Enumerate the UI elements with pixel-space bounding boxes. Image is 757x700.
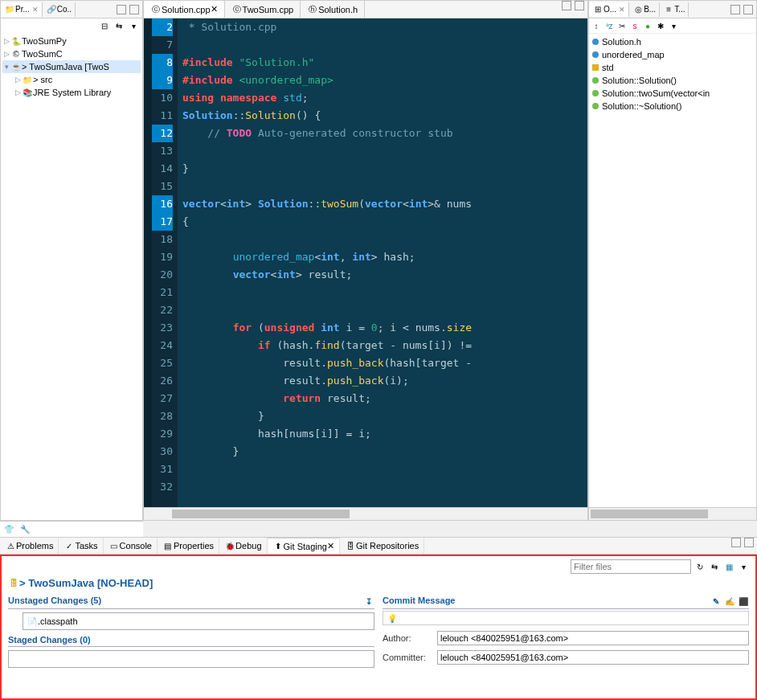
maximize-icon[interactable]	[129, 5, 139, 14]
committer-input[interactable]	[437, 650, 749, 665]
tree-item-twosumpy[interactable]: ▷ 🐍 TwoSumPy	[2, 35, 141, 47]
close-icon[interactable]: ✕	[619, 6, 625, 14]
view-menu-icon[interactable]: ▾	[738, 561, 749, 572]
expand-icon[interactable]: ▷	[2, 50, 10, 58]
tab-label: Solution.h	[318, 5, 358, 14]
console-tab-left[interactable]: 🔗 Co..	[43, 2, 76, 17]
tab-git-staging[interactable]: ⬆Git Staging ✕	[268, 538, 340, 554]
repo-title: 🗄 > TwoSumJava [NO-HEAD]	[8, 577, 749, 589]
editor-tab-twosum-cpp[interactable]: ⓒ TwoSum.cpp	[225, 1, 301, 18]
outline-item[interactable]: Solution::twoSum(vector<in	[592, 87, 753, 100]
tree-item-twosumjava[interactable]: ▾ ☕ > TwoSumJava [TwoS	[2, 60, 141, 73]
filter-files-input[interactable]	[571, 559, 691, 574]
tab-label: Solution.cpp	[162, 5, 211, 14]
link-selection-icon[interactable]: ⇆	[709, 561, 720, 572]
tab-properties[interactable]: ▤Properties	[158, 538, 219, 554]
left-view-tabs: 📁 Pr... ✕ 🔗 Co..	[1, 1, 142, 18]
changeid-icon[interactable]: ⬛	[738, 596, 749, 607]
refresh-icon[interactable]: ↻	[694, 561, 706, 572]
staged-files-list[interactable]	[8, 650, 374, 668]
bulb-icon: 💡	[387, 612, 398, 624]
expand-icon[interactable]: ▷	[2, 37, 10, 45]
outline-label: std	[602, 63, 614, 72]
editor-tab-solution-h[interactable]: ⓗ Solution.h	[301, 1, 365, 18]
minimize-icon[interactable]	[730, 5, 740, 14]
view-menu-icon[interactable]: ▾	[128, 20, 139, 31]
outline-label: Solution::Solution()	[602, 76, 677, 85]
task-list-tab[interactable]: ≡ T...	[660, 2, 689, 17]
include-icon	[592, 51, 599, 58]
tab-tasks[interactable]: ✓Tasks	[59, 538, 103, 554]
filter-icon[interactable]: ✱	[655, 20, 666, 31]
build-targets-tab[interactable]: ◎ B...	[629, 2, 660, 17]
unstaged-file-item[interactable]: 📄 .classpath	[23, 612, 374, 630]
tab-label: Pr...	[15, 5, 30, 14]
project-explorer-panel: 📁 Pr... ✕ 🔗 Co.. ⊟ ⇆ ▾ ▷ 🐍 TwoSumPy	[0, 0, 143, 521]
tree-label: JRE System Library	[33, 88, 111, 97]
close-icon[interactable]: ✕	[211, 4, 218, 14]
unstaged-header: Unstaged Changes (5) ↧	[8, 596, 374, 609]
tree-label: TwoSumC	[22, 49, 63, 59]
header-text: Staged Changes (0)	[8, 635, 91, 645]
tree-item-src[interactable]: ▷ 📁 > src	[2, 73, 141, 86]
author-input[interactable]	[437, 631, 749, 645]
wrench-icon[interactable]: 🔧	[19, 524, 31, 535]
minimize-icon[interactable]	[117, 5, 126, 14]
console-icon: ▭	[108, 540, 120, 551]
link-editor-icon[interactable]: ⇆	[113, 20, 125, 31]
breakpoint-ruler[interactable]	[144, 18, 152, 507]
trim-stack: 👕 🔧	[0, 521, 143, 537]
maximize-icon[interactable]	[575, 1, 584, 10]
include-icon	[592, 39, 599, 45]
outline-item[interactable]: Solution.h	[592, 35, 753, 48]
project-tree: ▷ 🐍 TwoSumPy ▷ © TwoSumC ▾ ☕ > TwoSumJav…	[1, 33, 142, 100]
bottom-panel: ⚠Problems ✓Tasks ▭Console ▤Properties 🐞D…	[0, 537, 757, 700]
tab-git-repos[interactable]: 🗄Git Repositories	[340, 538, 424, 554]
commit-message-input[interactable]: 💡	[383, 611, 749, 625]
hide-static-icon[interactable]: s	[629, 20, 640, 31]
tab-label: Debug	[235, 541, 261, 551]
staged-header: Staged Changes (0)	[8, 635, 374, 647]
link-icon: 🔗	[46, 4, 57, 15]
tshirt-icon[interactable]: 👕	[3, 524, 14, 535]
view-menu-icon[interactable]: ▾	[668, 20, 679, 31]
az-sort-icon[interactable]: ᵃz	[604, 20, 615, 31]
outline-item[interactable]: Solution::~Solution()	[592, 100, 753, 113]
expand-icon[interactable]: ▷	[14, 76, 22, 84]
minimize-icon[interactable]	[731, 538, 741, 547]
code-editor[interactable]: 2789101112131415161718192021222324252627…	[144, 18, 587, 507]
outline-tab[interactable]: ⊞ O... ✕	[589, 2, 629, 17]
collapse-icon[interactable]: ▾	[2, 63, 10, 71]
maximize-icon[interactable]	[743, 5, 753, 14]
maximize-icon[interactable]	[744, 538, 754, 547]
outline-item[interactable]: unordered_map	[592, 48, 753, 61]
outline-item[interactable]: Solution::Solution()	[592, 74, 753, 87]
sort-icon[interactable]: ↧	[363, 596, 374, 607]
collapse-all-icon[interactable]: ⊟	[99, 20, 110, 31]
signoff-icon[interactable]: ✍	[724, 596, 735, 607]
tab-problems[interactable]: ⚠Problems	[0, 538, 59, 554]
tab-console[interactable]: ▭Console	[104, 538, 158, 554]
editor-tab-solution-cpp[interactable]: ⓒ Solution.cpp ✕	[144, 1, 225, 18]
code-content[interactable]: * Solution.cpp #include "Solution.h"#inc…	[178, 18, 587, 507]
minimize-icon[interactable]	[562, 1, 571, 10]
close-icon[interactable]: ✕	[327, 541, 334, 551]
expand-icon[interactable]: ▷	[14, 88, 22, 96]
layout-icon[interactable]: ▦	[723, 561, 734, 572]
sort-icon[interactable]: ↕	[591, 20, 602, 31]
amend-icon[interactable]: ✎	[710, 596, 722, 607]
properties-icon: ▤	[162, 540, 174, 551]
tree-item-jre[interactable]: ▷ 📚 JRE System Library	[2, 86, 141, 99]
hide-non-public-icon[interactable]: ●	[642, 20, 653, 31]
hide-fields-icon[interactable]: ✂	[616, 20, 628, 31]
horizontal-scrollbar[interactable]	[589, 507, 756, 520]
tab-debug[interactable]: 🐞Debug	[219, 538, 267, 554]
tab-label: Problems	[16, 541, 53, 551]
outline-item[interactable]: std	[592, 61, 753, 74]
tab-label: O...	[604, 5, 616, 14]
close-icon[interactable]: ✕	[32, 6, 39, 14]
outline-label: Solution.h	[602, 37, 641, 47]
project-explorer-tab[interactable]: 📁 Pr... ✕	[1, 2, 43, 17]
horizontal-scrollbar[interactable]	[144, 507, 587, 520]
tree-item-twosumc[interactable]: ▷ © TwoSumC	[2, 47, 141, 60]
